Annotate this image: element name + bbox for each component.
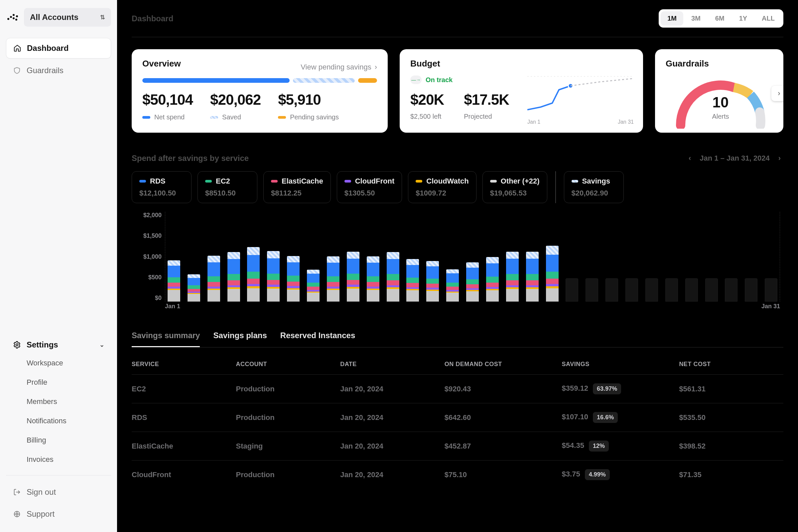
settings-profile[interactable]: Profile xyxy=(26,374,111,391)
range-all[interactable]: ALL xyxy=(755,11,781,25)
chart-bar[interactable] xyxy=(384,252,402,302)
range-6m[interactable]: 6M xyxy=(708,11,731,25)
chart-bar[interactable] xyxy=(245,247,262,302)
chart-bar[interactable] xyxy=(185,274,203,302)
cell-service: RDS xyxy=(132,403,236,432)
table-row[interactable]: ElastiCacheStagingJan 20, 2024$452.87$54… xyxy=(132,432,783,460)
legend-item[interactable]: Other (+22)$19,065.53 xyxy=(482,171,547,203)
dot-icon xyxy=(278,116,286,119)
chart-bar[interactable] xyxy=(703,278,720,302)
y-tick: $500 xyxy=(132,274,162,281)
nav-guardrails[interactable]: Guardrails xyxy=(6,60,111,80)
nav-dashboard[interactable]: Dashboard xyxy=(6,38,111,58)
view-pending-savings-link[interactable]: View pending savings › xyxy=(301,63,377,72)
chart-bar[interactable] xyxy=(524,252,541,302)
chart-bar[interactable] xyxy=(424,261,441,302)
table-row[interactable]: RDSProductionJan 20, 2024$642.60$107.101… xyxy=(132,403,783,432)
table-row[interactable]: CloudFrontProductionJan 20, 2024$75.10$3… xyxy=(132,460,783,489)
chart-bar[interactable] xyxy=(683,278,700,302)
table-row[interactable]: EC2ProductionJan 20, 2024$920.43$359.126… xyxy=(132,375,783,403)
budget-amount: $20K $2,500 left xyxy=(410,92,444,120)
signout-icon xyxy=(13,488,21,496)
chart-bar[interactable] xyxy=(663,278,680,302)
legend-item[interactable]: RDS$12,100.50 xyxy=(132,171,191,203)
chart-bar[interactable] xyxy=(623,278,640,302)
legend-item[interactable]: CloudWatch$1009.72 xyxy=(408,171,476,203)
table-header[interactable]: DATE xyxy=(340,354,444,375)
cell-odc: $920.43 xyxy=(444,375,562,403)
legend-item[interactable]: ElastiCache$8112.25 xyxy=(263,171,331,203)
table-header[interactable]: ON DEMAND COST xyxy=(444,354,562,375)
settings-billing[interactable]: Billing xyxy=(26,431,111,449)
chart-bar[interactable] xyxy=(344,252,362,302)
tab-savings-plans[interactable]: Savings plans xyxy=(213,331,267,347)
chart-bar[interactable] xyxy=(464,262,481,302)
chart-bar[interactable] xyxy=(404,259,422,302)
table-header[interactable]: ACCOUNT xyxy=(236,354,341,375)
pct-badge: 63.97% xyxy=(593,383,621,394)
metric-value: $20,062 xyxy=(210,92,261,108)
range-1y[interactable]: 1Y xyxy=(733,11,754,25)
support-label: Support xyxy=(26,509,55,519)
legend-item[interactable]: CloudFront$1305.50 xyxy=(337,171,402,203)
settings-notifications[interactable]: Notifications xyxy=(26,412,111,430)
table-header[interactable]: NET COST xyxy=(679,354,783,375)
chart-bar[interactable] xyxy=(762,278,780,302)
x-start: Jan 1 xyxy=(165,303,180,310)
breadcrumb: Dashboard xyxy=(132,14,173,23)
chart-bar[interactable] xyxy=(544,246,561,302)
legend-name: ElastiCache xyxy=(282,177,323,186)
chart-bar[interactable] xyxy=(723,278,740,302)
chart-bar[interactable] xyxy=(285,256,302,302)
signout-label: Sign out xyxy=(26,488,56,497)
chart-bar[interactable] xyxy=(205,256,223,302)
table-header[interactable]: SERVICE xyxy=(132,354,236,375)
chart-bar[interactable] xyxy=(603,278,621,302)
cell-savings: $107.1016.6% xyxy=(562,403,679,432)
nav-item-label: Dashboard xyxy=(27,43,69,53)
chart-bar[interactable] xyxy=(265,251,282,302)
settings-workspace[interactable]: Workspace xyxy=(26,354,111,372)
guardrails-next-button[interactable]: › xyxy=(772,86,783,101)
tab-reserved-instances[interactable]: Reserved Instances xyxy=(280,331,355,347)
settings-members[interactable]: Members xyxy=(26,393,111,411)
signout-button[interactable]: Sign out xyxy=(6,482,111,502)
x-start: Jan 1 xyxy=(527,119,540,125)
chart-bar[interactable] xyxy=(583,278,601,302)
range-1m[interactable]: 1M xyxy=(661,11,683,25)
metric-value: $50,104 xyxy=(142,92,193,108)
chart-bar[interactable] xyxy=(225,252,242,302)
dot-icon xyxy=(142,116,150,119)
chart-bar[interactable] xyxy=(504,252,521,302)
prev-period-button[interactable]: ‹ xyxy=(686,153,694,164)
chart-bar[interactable] xyxy=(742,278,760,302)
chart-bar[interactable] xyxy=(305,270,322,302)
chart-bar[interactable] xyxy=(444,269,461,302)
metric-value: $5,910 xyxy=(278,92,339,108)
settings-toggle[interactable]: Settings ⌄ xyxy=(6,336,111,354)
legend-item[interactable]: EC2$8510.50 xyxy=(197,171,258,203)
settings-invoices[interactable]: Invoices xyxy=(26,451,111,469)
overview-card: Overview View pending savings › $50,104 … xyxy=(132,49,388,133)
cell-net: $535.50 xyxy=(679,403,783,432)
support-button[interactable]: Support xyxy=(6,504,111,524)
range-3m[interactable]: 3M xyxy=(685,11,707,25)
chart-bar[interactable] xyxy=(324,256,342,302)
trend-icon: ―→ xyxy=(410,75,422,84)
chart-bar[interactable] xyxy=(564,278,581,302)
table-header[interactable]: SAVINGS xyxy=(562,354,679,375)
chart-bar[interactable] xyxy=(364,256,382,302)
legend-dot-icon xyxy=(205,180,212,183)
chart-bar[interactable] xyxy=(165,260,183,302)
next-period-button[interactable]: › xyxy=(776,153,783,164)
cell-account: Staging xyxy=(236,432,341,460)
legend-row: RDS$12,100.50EC2$8510.50ElastiCache$8112… xyxy=(132,171,783,203)
metric-saved: $20,062 Saved xyxy=(210,92,261,121)
chart-bar[interactable] xyxy=(484,257,501,302)
chart-bar[interactable] xyxy=(643,278,660,302)
account-selector[interactable]: All Accounts ⇅ xyxy=(24,8,111,26)
tab-savings-summary[interactable]: Savings summary xyxy=(132,331,200,347)
legend-item-savings[interactable]: Savings$20,062.90 xyxy=(564,171,624,203)
y-tick: $2,000 xyxy=(132,212,162,219)
pct-badge: 4.99% xyxy=(585,469,610,480)
